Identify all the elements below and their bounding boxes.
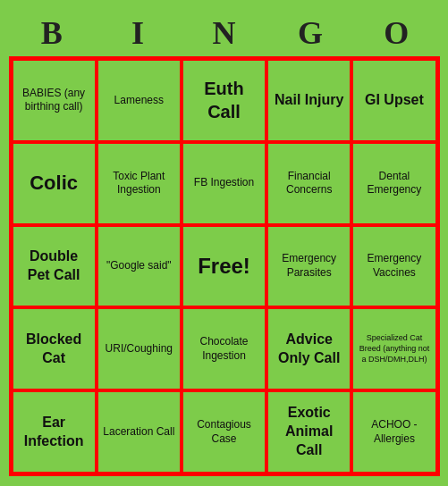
bingo-cell: Blocked Cat — [12, 307, 97, 390]
bingo-cell: FB Ingestion — [182, 142, 266, 225]
bingo-cell: Double Pet Call — [12, 225, 97, 308]
bingo-cell: Euth Call — [182, 59, 266, 142]
bingo-cell: "Google said" — [97, 225, 182, 308]
bingo-cell: Specialized Cat Breed (anything not a DS… — [351, 307, 436, 390]
bingo-cell: Dental Emergency — [351, 142, 436, 225]
bingo-row: Ear InfectionLaceration CallContagious C… — [12, 390, 437, 473]
bingo-cell: Laceration Call — [97, 390, 182, 473]
bingo-cell: Financial Concerns — [266, 142, 351, 225]
bingo-cell: Nail Injury — [266, 59, 351, 142]
bingo-cell: GI Upset — [351, 59, 436, 142]
bingo-row: ColicToxic Plant IngestionFB IngestionFi… — [12, 142, 437, 225]
bingo-cell: Free! — [182, 225, 266, 308]
bingo-cell: Colic — [12, 142, 97, 225]
bingo-cell: Emergency Vaccines — [351, 225, 436, 308]
header-letter: O — [353, 10, 439, 56]
bingo-cell: Toxic Plant Ingestion — [97, 142, 182, 225]
bingo-cell: Ear Infection — [12, 390, 97, 473]
bingo-grid: BABIES (any birthing call)LamenessEuth C… — [9, 56, 440, 476]
header-letter: I — [95, 10, 181, 56]
bingo-cell: ACHOO - Allergies — [351, 390, 436, 473]
bingo-cell: Emergency Parasites — [266, 225, 351, 308]
header-letter: G — [267, 10, 353, 56]
bingo-cell: BABIES (any birthing call) — [12, 59, 97, 142]
bingo-row: Double Pet Call"Google said"Free!Emergen… — [12, 225, 437, 308]
bingo-row: Blocked CatURI/CoughingChocolate Ingesti… — [12, 307, 437, 390]
bingo-cell: Advice Only Call — [266, 307, 351, 390]
bingo-row: BABIES (any birthing call)LamenessEuth C… — [12, 59, 437, 142]
bingo-cell: URI/Coughing — [97, 307, 182, 390]
header-letter: B — [9, 10, 95, 56]
header-letter: N — [181, 10, 266, 56]
bingo-cell: Exotic Animal Call — [266, 390, 351, 473]
bingo-cell: Contagious Case — [182, 390, 266, 473]
bingo-header: BINGO — [9, 10, 440, 56]
bingo-cell: Chocolate Ingestion — [182, 307, 266, 390]
bingo-cell: Lameness — [97, 59, 182, 142]
bingo-card: BINGO BABIES (any birthing call)Lameness… — [5, 6, 444, 480]
